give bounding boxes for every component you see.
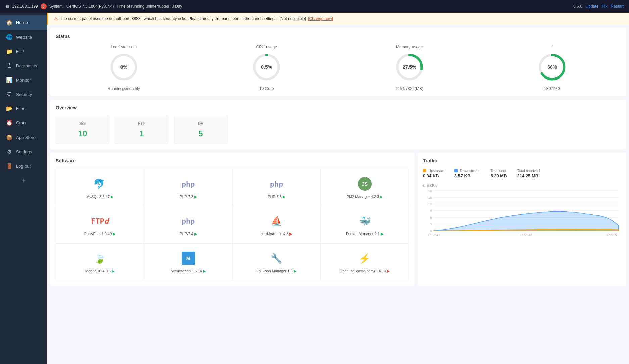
software-grid: 🐬 MySQL 5.6.47▶ php PHP-7.3▶ php PHP-5.6…: [56, 169, 409, 280]
software-icon: 🍃: [92, 250, 108, 266]
software-icon: FTPd: [92, 213, 108, 229]
sidebar-item-cron[interactable]: ⏰Cron: [0, 116, 47, 130]
svg-text:🐬: 🐬: [93, 178, 105, 190]
software-name: Pure-Ftpd 1.0.49▶: [84, 232, 116, 236]
layout: 🏠Home🌐Website📁FTP🗄Databases📊Monitor🛡Secu…: [0, 13, 629, 364]
sidebar-item-home[interactable]: 🏠Home: [0, 15, 47, 30]
notification-badge[interactable]: 0: [41, 3, 47, 9]
main-content: ⚠ The current panel uses the default por…: [47, 13, 629, 364]
alert-icon: ⚠: [54, 16, 58, 21]
sidebar-item-website[interactable]: 🌐Website: [0, 30, 47, 44]
software-name: Fail2ban Manager 1.3▶: [256, 269, 296, 273]
bottom-section: Software 🐬 MySQL 5.6.47▶ php PHP-7.3▶ ph…: [50, 153, 626, 286]
gauge-sublabel: 18G/27G: [544, 86, 561, 91]
security-icon: 🛡: [6, 91, 13, 97]
gauge-label: Load status ⓘ: [111, 44, 137, 49]
software-icon: ⚡: [357, 250, 373, 266]
traffic-title: Traffic: [423, 158, 620, 163]
sidebar-label: Log out: [16, 164, 31, 169]
traffic-legend: Total received: [517, 169, 540, 173]
sidebar-item-settings[interactable]: ⚙Settings: [0, 145, 47, 159]
software-item[interactable]: 🐬 MySQL 5.6.47▶: [56, 169, 144, 206]
software-name: Memcached 1.5.16▶: [171, 269, 206, 273]
sidebar-item-monitor[interactable]: 📊Monitor: [0, 73, 47, 87]
software-name: MongoDB 4.0.5▶: [85, 269, 114, 273]
home-icon: 🏠: [6, 19, 13, 26]
software-item[interactable]: 🍃 MongoDB 4.0.5▶: [56, 243, 144, 280]
software-item[interactable]: FTPd Pure-Ftpd 1.0.49▶: [56, 206, 144, 243]
gauge-label: /: [552, 45, 553, 49]
card-value: 10: [64, 129, 101, 138]
software-item[interactable]: ⛵ phpMyAdmin 4.6▶: [232, 206, 321, 243]
overview-card-ftp[interactable]: FTP 1: [115, 116, 168, 144]
alert-change-link[interactable]: [Change now]: [308, 16, 333, 21]
gauges-container: Load status ⓘ 0% Running smoothly CPU us…: [56, 44, 620, 91]
software-item[interactable]: M Memcached 1.5.16▶: [144, 243, 232, 280]
gauge-cpu: CPU usage 0.5% 10 Core: [199, 45, 335, 91]
sidebar-label: Cron: [16, 120, 26, 125]
software-name: PHP-5.6▶: [268, 195, 285, 199]
sidebar-label: App Store: [16, 135, 36, 140]
sidebar-item-security[interactable]: 🛡Security: [0, 87, 47, 101]
alert-text: The current panel uses the default port …: [60, 16, 278, 21]
fix-button[interactable]: Fix: [602, 4, 607, 9]
gauge-load: Load status ⓘ 0% Running smoothly: [56, 44, 192, 91]
svg-text:17:58:51: 17:58:51: [606, 233, 619, 237]
sidebar-label: Settings: [16, 149, 32, 154]
gauge-value: 0%: [120, 64, 127, 70]
cron-icon: ⏰: [6, 120, 13, 126]
svg-text:12: 12: [428, 203, 432, 206]
card-value: 1: [123, 129, 160, 138]
software-item[interactable]: php PHP-7.3▶: [144, 169, 232, 206]
traffic-value: 214.25 MB: [517, 173, 540, 178]
svg-text:9: 9: [430, 209, 432, 213]
sidebar-item-databases[interactable]: 🗄Databases: [0, 59, 47, 73]
gauge-sublabel: 10 Core: [259, 86, 274, 91]
traffic-section: Traffic Upstream 0.34 KB Downstream 3.57…: [418, 153, 626, 286]
software-item[interactable]: 🔧 Fail2ban Manager 1.3▶: [232, 243, 321, 280]
svg-text:15: 15: [428, 196, 432, 199]
overview-card-site[interactable]: Site 10: [56, 116, 109, 144]
software-name: Docker Manager 2.1▶: [346, 232, 383, 236]
traffic-legend-label: Total sent: [490, 169, 506, 173]
sidebar: 🏠Home🌐Website📁FTP🗄Databases📊Monitor🛡Secu…: [0, 13, 47, 364]
traffic-stat-3: Total received 214.25 MB: [517, 169, 540, 178]
sidebar-label: FTP: [16, 49, 25, 54]
sidebar-item-logout[interactable]: 🚪Log out: [0, 159, 47, 173]
sidebar-label: Monitor: [16, 77, 31, 83]
status-title: Status: [56, 34, 620, 39]
monitor-icon: 📊: [6, 77, 13, 83]
gauge-container: 0%: [109, 52, 139, 82]
software-name: MySQL 5.6.47▶: [86, 195, 113, 199]
card-label: DB: [182, 121, 219, 126]
software-item[interactable]: ⚡ OpenLiteSpeed(beta) 1.6.13▶: [321, 243, 409, 280]
sidebar-item-files[interactable]: 📂Files: [0, 101, 47, 116]
software-item[interactable]: 🐳 Docker Manager 2.1▶: [321, 206, 409, 243]
software-name: PHP-7.4▶: [179, 232, 197, 236]
info-icon[interactable]: ⓘ: [133, 44, 137, 49]
traffic-chart-svg: 18 15 12 9 6 3 0 17:58:43 17:58:48 17:58…: [423, 189, 620, 238]
gauge-label: Memory usage: [396, 45, 423, 49]
card-value: 5: [182, 129, 219, 138]
software-item[interactable]: php PHP-5.6▶: [232, 169, 321, 206]
software-item[interactable]: JS PM2 Manager 4.2.3▶: [321, 169, 409, 206]
sidebar-add-button[interactable]: +: [0, 173, 47, 188]
traffic-value: 3.57 KB: [454, 173, 481, 178]
svg-text:17:58:48: 17:58:48: [520, 233, 532, 237]
software-item[interactable]: php PHP-7.4▶: [144, 206, 232, 243]
svg-text:17:58:43: 17:58:43: [427, 233, 440, 237]
software-icon: php: [269, 176, 285, 192]
traffic-stat-0: Upstream 0.34 KB: [423, 169, 444, 178]
databases-icon: 🗄: [6, 63, 13, 69]
sidebar-item-appstore[interactable]: 📦App Store: [0, 130, 47, 145]
traffic-value: 0.34 KB: [423, 173, 444, 178]
overview-card-db[interactable]: DB 5: [174, 116, 228, 144]
software-icon: php: [180, 176, 196, 192]
software-name: phpMyAdmin 4.6▶: [261, 232, 292, 236]
sidebar-item-ftp[interactable]: 📁FTP: [0, 44, 47, 59]
update-button[interactable]: Update: [586, 4, 599, 9]
settings-icon: ⚙: [6, 149, 13, 155]
restart-button[interactable]: Restart: [611, 4, 624, 9]
overview-cards: Site 10 FTP 1 DB 5: [56, 116, 620, 144]
svg-text:18: 18: [428, 189, 432, 193]
